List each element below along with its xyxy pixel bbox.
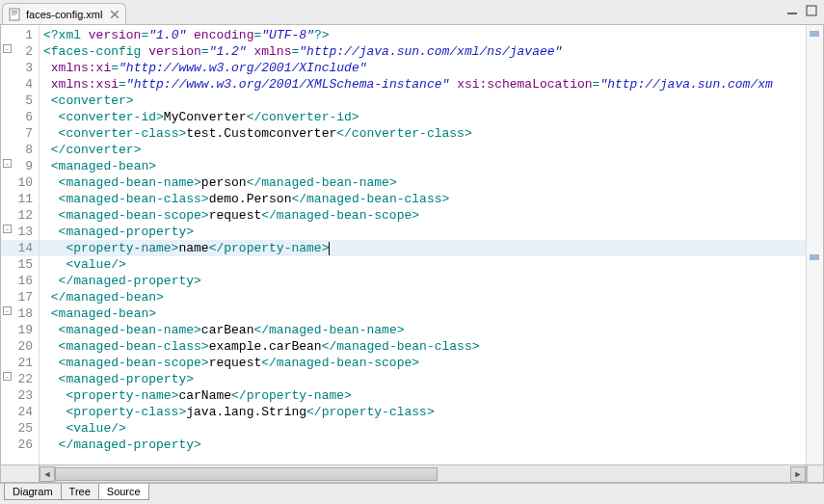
- ruler-mark: [810, 31, 819, 37]
- tab-diagram[interactable]: Diagram: [4, 484, 62, 500]
- code-editor[interactable]: 12-3456789-10111213-1415161718-19202122-…: [0, 25, 824, 465]
- scroll-thumb[interactable]: [55, 467, 438, 481]
- code-content[interactable]: <?xml version="1.0" encoding="UTF-8"?><f…: [40, 25, 806, 464]
- bottom-tab-bar: Diagram Tree Source: [0, 483, 824, 504]
- tab-filename: faces-config.xml: [26, 9, 102, 20]
- scroll-left-button[interactable]: ◄: [40, 466, 55, 482]
- editor-tab-bar: faces-config.xml: [0, 0, 824, 25]
- fold-toggle-icon[interactable]: -: [3, 44, 12, 53]
- svg-rect-1: [12, 11, 17, 12]
- editor-tab-faces-config[interactable]: faces-config.xml: [2, 3, 126, 24]
- horizontal-scrollbar[interactable]: ◄ ►: [39, 465, 807, 483]
- minimize-icon[interactable]: [785, 4, 799, 17]
- fold-toggle-icon[interactable]: -: [3, 306, 12, 315]
- maximize-icon[interactable]: [805, 4, 818, 17]
- svg-rect-3: [12, 14, 15, 15]
- ruler-mark: [810, 254, 819, 260]
- fold-toggle-icon[interactable]: -: [3, 225, 12, 233]
- xml-file-icon: [9, 8, 22, 21]
- close-icon[interactable]: [110, 10, 120, 19]
- line-number-gutter: 12-3456789-10111213-1415161718-19202122-…: [1, 25, 40, 464]
- svg-rect-2: [12, 13, 17, 13]
- overview-ruler[interactable]: [806, 25, 823, 464]
- scroll-track[interactable]: [55, 466, 790, 482]
- tab-source[interactable]: Source: [98, 484, 149, 500]
- svg-rect-4: [787, 13, 797, 14]
- scroll-right-button[interactable]: ►: [790, 466, 806, 482]
- svg-rect-5: [807, 6, 816, 15]
- tab-tree[interactable]: Tree: [61, 484, 99, 500]
- fold-toggle-icon[interactable]: -: [3, 159, 12, 168]
- fold-toggle-icon[interactable]: -: [3, 372, 12, 381]
